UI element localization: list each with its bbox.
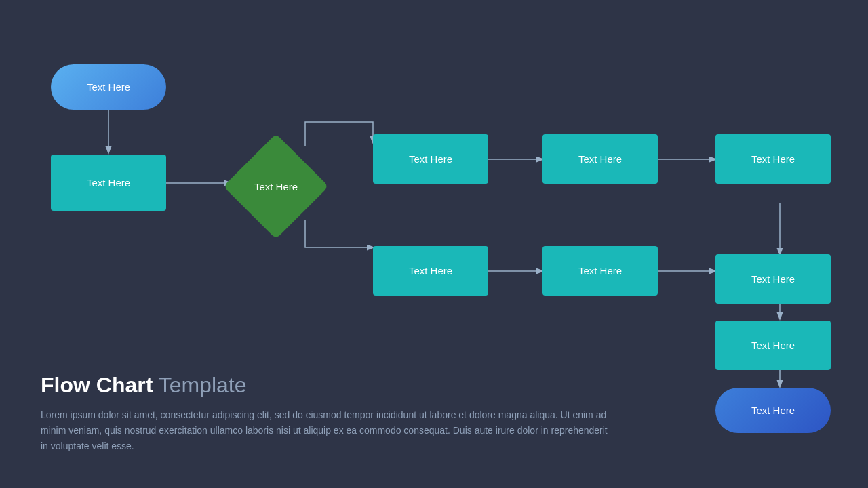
end-pill-node: Text Here — [715, 388, 831, 433]
mid-c-node: Text Here — [715, 254, 831, 304]
start-node: Text Here — [51, 64, 166, 110]
body-text: Lorem ipsum dolor sit amet, consectetur … — [41, 407, 610, 454]
top-c-node: Text Here — [715, 134, 831, 184]
bot-b-node: Text Here — [542, 246, 658, 296]
diamond-node: Text Here — [232, 142, 320, 230]
bottom-section: Flow Chart Template Lorem ipsum dolor si… — [41, 373, 651, 454]
chart-title: Flow Chart Template — [41, 373, 651, 398]
bot-a-node: Text Here — [373, 246, 488, 296]
top-a-node: Text Here — [373, 134, 488, 184]
top-b-node: Text Here — [542, 134, 658, 184]
node1: Text Here — [51, 155, 166, 211]
end-rect-node: Text Here — [715, 321, 831, 370]
